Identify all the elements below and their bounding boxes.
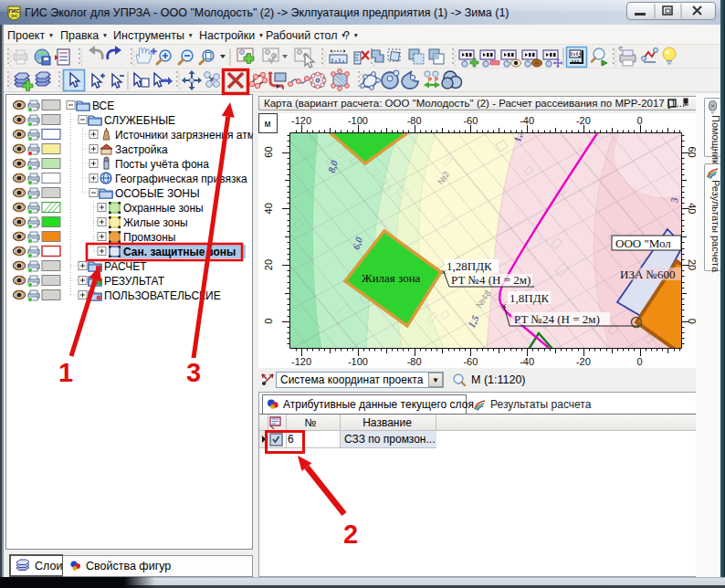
svg-text:2: 2	[343, 520, 358, 549]
svg-text:3: 3	[186, 358, 201, 387]
svg-text:1: 1	[58, 358, 73, 387]
